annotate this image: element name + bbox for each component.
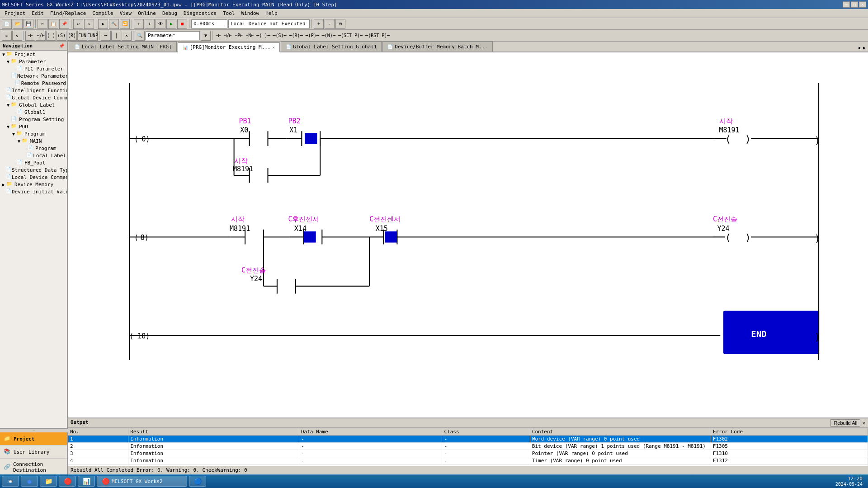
read-plc-btn[interactable]: ⬇ xyxy=(145,19,155,29)
del-wire-btn[interactable]: ✕ xyxy=(122,31,132,41)
nav-pin[interactable]: 📌 xyxy=(59,43,64,48)
start-button[interactable]: ⊞ xyxy=(2,476,19,487)
maximize-button[interactable]: □ xyxy=(851,1,858,8)
table-row[interactable]: 2Information--Bit device (VAR range) 1 p… xyxy=(68,443,868,450)
tree-parameter[interactable]: ▼ 📁 Parameter xyxy=(0,58,67,65)
write-plc-btn[interactable]: ⬆ xyxy=(134,19,144,29)
tree-project[interactable]: ▼ 📁 Project xyxy=(0,51,67,58)
fit-btn[interactable]: ⊞ xyxy=(335,19,345,29)
open-btn[interactable]: 📂 xyxy=(13,19,23,29)
taskbar-app3[interactable]: 🔵 xyxy=(189,476,206,487)
tab-global-label[interactable]: 📄 Global Label Setting Global1 xyxy=(281,42,382,52)
app2-icon: 📊 xyxy=(82,477,91,486)
menu-debug[interactable]: Debug xyxy=(160,9,180,17)
rebuild-btn[interactable]: 🔁 xyxy=(120,19,130,29)
tree-global-label[interactable]: ▼ 📁 Global Label xyxy=(0,101,67,108)
tree-device-initial-value[interactable]: 📄 Device Initial Value xyxy=(0,188,67,195)
tree-fb-pool[interactable]: 📄 FB_Pool xyxy=(0,159,67,166)
tab-local-label[interactable]: 📄 Local Label Setting MAIN [PRG] xyxy=(70,42,177,52)
tree-global1[interactable]: 📄 Global1 xyxy=(0,108,67,116)
tree-plc-parameter[interactable]: 📄 PLC Parameter xyxy=(0,65,67,72)
cut-btn[interactable]: ✂ xyxy=(38,19,47,29)
taskbar-explorer[interactable]: 📁 xyxy=(40,476,57,487)
fun-btn[interactable]: FUN xyxy=(77,31,87,41)
tree-program-setting[interactable]: 📄 Program Setting xyxy=(0,116,67,123)
table-row[interactable]: 4Information--Timer (VAR range) 0 point … xyxy=(68,457,868,465)
f-coil-btn[interactable]: (S) xyxy=(57,31,66,41)
tree-pou[interactable]: ▼ 📁 POU xyxy=(0,123,67,130)
tree-device-memory[interactable]: ▶ 📁 Device Memory xyxy=(0,181,67,188)
select-btn[interactable]: ↖ xyxy=(12,31,22,41)
new-btn[interactable]: 📄 xyxy=(2,19,12,29)
nav-tab-connection-destination[interactable]: 🔗 Connection Destination xyxy=(0,459,67,476)
tree-remote-password[interactable]: 📄 Remote Password xyxy=(0,80,67,87)
menu-diagnostics[interactable]: Diagnostics xyxy=(181,9,219,17)
menu-compile[interactable]: Compile xyxy=(90,9,116,17)
taskbar-app2[interactable]: 📊 xyxy=(78,476,95,487)
tab-device-buffer[interactable]: 📄 Device/Buffer Memory Batch M... xyxy=(382,42,492,52)
run-btn[interactable]: ▶ xyxy=(166,19,176,29)
coil-btn[interactable]: ( ) xyxy=(46,31,56,41)
svg-text:C전진센서: C전진센서 xyxy=(369,215,401,223)
funp-btn[interactable]: FUNP xyxy=(88,31,98,41)
menu-help[interactable]: Help xyxy=(263,9,280,17)
nav-tab-project[interactable]: 📁 Project xyxy=(0,432,67,446)
tree-structured-data[interactable]: 📄 Structured Data Types xyxy=(0,166,67,174)
tab-arrow-left[interactable]: ◀ xyxy=(856,45,862,51)
taskbar-app1[interactable]: 🔴 xyxy=(59,476,76,487)
contact-nc-btn[interactable]: ⊣/⊢ xyxy=(36,31,46,41)
table-row[interactable]: 3Information--Pointer (VAR range) 0 poin… xyxy=(68,450,868,457)
tree-global-device-comment[interactable]: 📄 Global Device Comment xyxy=(0,94,67,101)
table-row[interactable]: 1Information--Word device (VAR range) 0 … xyxy=(68,436,868,443)
diagram-area[interactable]: ( 0) PB1 X0 PB2 X1 xyxy=(68,52,868,418)
tree-program[interactable]: ▼ 📁 Program xyxy=(0,130,67,137)
minimize-button[interactable]: ─ xyxy=(843,1,850,8)
menu-find-replace[interactable]: Find/Replace xyxy=(47,9,89,17)
folder-icon: 📁 xyxy=(11,123,18,130)
menu-online[interactable]: Online xyxy=(135,9,159,17)
undo-btn[interactable]: ↩ xyxy=(73,19,83,29)
table-cell-class: - xyxy=(442,450,530,457)
paste-btn[interactable]: 📌 xyxy=(59,19,69,29)
menu-window[interactable]: Window xyxy=(238,9,262,17)
r-coil-btn[interactable]: (R) xyxy=(67,31,77,41)
taskbar-chrome[interactable]: ● xyxy=(21,476,38,487)
tab-monitor-main[interactable]: 📊 [PRG]Monitor Executing M... ✕ xyxy=(178,42,280,52)
dropdown-arrow[interactable]: ▼ xyxy=(201,31,211,41)
menu-view[interactable]: View xyxy=(117,9,135,17)
tree-main-program[interactable]: 📄 Program xyxy=(0,145,67,152)
tab-close-icon[interactable]: ✕ xyxy=(273,45,275,50)
close-button[interactable]: ✕ xyxy=(859,1,866,8)
save-btn[interactable]: 💾 xyxy=(24,19,33,29)
tree-network-parameter[interactable]: 📄 Network Parameter xyxy=(0,72,67,80)
table-cell-data_name: - xyxy=(299,443,442,450)
tree-local-label[interactable]: 📄 Local Label xyxy=(0,152,67,159)
contact-no-btn[interactable]: ⊣⊢ xyxy=(25,31,35,41)
menu-tool[interactable]: Tool xyxy=(220,9,238,17)
tree-intelligent[interactable]: 📄 Intelligent Function Module xyxy=(0,87,67,94)
tab-arrow-right[interactable]: ▶ xyxy=(862,45,867,51)
monitor-btn[interactable]: 👁 xyxy=(156,19,165,29)
tree-main[interactable]: ▼ 📁 MAIN xyxy=(0,137,67,145)
resize-handle[interactable]: ⋯ xyxy=(0,429,68,432)
v-wire-btn[interactable]: │ xyxy=(111,31,121,41)
zoom-in-btn[interactable]: + xyxy=(314,19,324,29)
menu-project[interactable]: Project xyxy=(2,9,28,17)
find-btn[interactable]: 🔍 xyxy=(135,31,145,41)
h-wire-btn[interactable]: ─ xyxy=(101,31,111,41)
output-close-icon[interactable]: ✕ xyxy=(862,420,865,426)
expand-icon: ▼ xyxy=(16,139,22,144)
edit-mode-btn[interactable]: ✏ xyxy=(2,31,12,41)
tree-local-device-comment[interactable]: 📄 Local Device Comment xyxy=(0,174,67,181)
redo-btn[interactable]: ↪ xyxy=(84,19,94,29)
nav-tab-user-library[interactable]: 📚 User Library xyxy=(0,446,67,459)
copy-btn[interactable]: 📋 xyxy=(48,19,58,29)
zoom-out-btn[interactable]: - xyxy=(325,19,335,29)
param-dropdown[interactable]: Parameter xyxy=(146,31,200,40)
stop-btn[interactable]: ■ xyxy=(177,19,187,29)
menu-edit[interactable]: Edit xyxy=(29,9,47,17)
taskbar-melsoft[interactable]: 🔴 MELSOFT GX Works2 xyxy=(97,476,187,487)
rebuild-all-button[interactable]: Rebuild All xyxy=(830,419,860,427)
compile-btn[interactable]: ▶ xyxy=(98,19,108,29)
build-btn[interactable]: 🔨 xyxy=(109,19,119,29)
